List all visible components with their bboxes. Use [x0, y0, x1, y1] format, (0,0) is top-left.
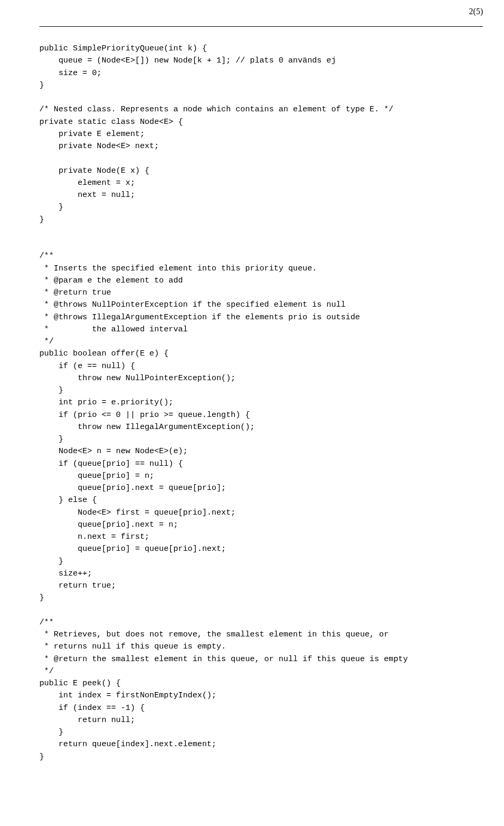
code-block: public SimplePriorityQueue(int k) { queu… — [39, 43, 483, 763]
page-number: 2(5) — [469, 5, 483, 18]
document-page: 2(5) public SimplePriorityQueue(int k) {… — [0, 0, 504, 826]
header-rule — [39, 26, 483, 27]
